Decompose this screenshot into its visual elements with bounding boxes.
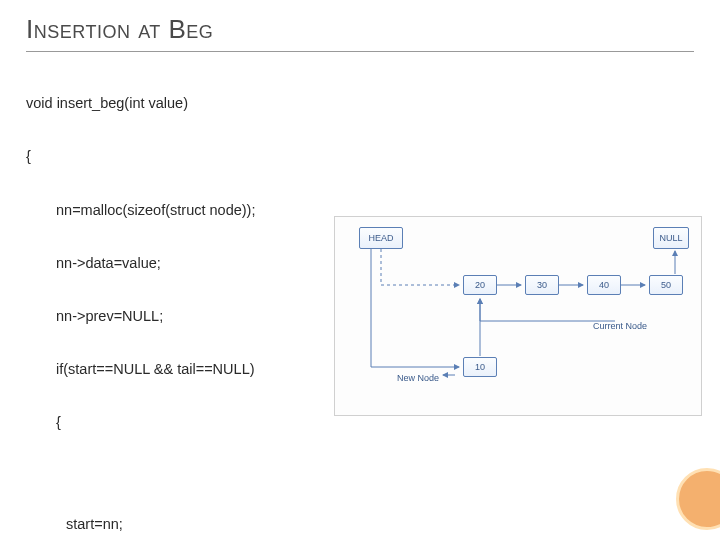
linked-list-diagram: HEAD NULL 20 30 40 50 10 Current Node Ne… [334, 216, 702, 416]
diagram-current-label: Current Node [593, 321, 647, 331]
page-title: Insertion at Beg [26, 14, 694, 52]
diagram-null-box: NULL [653, 227, 689, 249]
diagram-node-20: 20 [463, 275, 497, 295]
diagram-newnode-label: New Node [397, 373, 439, 383]
spacer [26, 467, 694, 481]
slide: Insertion at Beg void insert_beg(int val… [0, 0, 720, 540]
diagram-node-30: 30 [525, 275, 559, 295]
code-line: { [26, 148, 694, 166]
diagram-node-40: 40 [587, 275, 621, 295]
code-line: void insert_beg(int value) [26, 95, 694, 113]
code-line: start=nn; [26, 516, 694, 534]
diagram-node-50: 50 [649, 275, 683, 295]
diagram-head-box: HEAD [359, 227, 403, 249]
diagram-node-10: 10 [463, 357, 497, 377]
